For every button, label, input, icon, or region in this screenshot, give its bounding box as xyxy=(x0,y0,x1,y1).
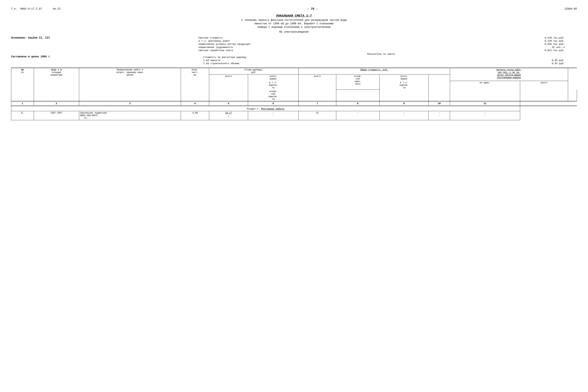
title-sub3: Камера с водяным отоплением и электроото… xyxy=(11,26,577,28)
colnum-4: 4 xyxy=(181,101,209,106)
info-section: Основание: Альбом II, III Составлена в ц… xyxy=(11,36,577,65)
info-row-unit1: 1 м3 емкости 0,05 руб. xyxy=(198,59,566,62)
th-total-base2 xyxy=(336,90,380,101)
info-right: Сметная стоимость 0,130 тыс.руб. в т.ч. … xyxy=(198,36,566,65)
colnum-10: 10 xyxy=(429,101,450,106)
info-row-cost: Сметная стоимость 0,130 тыс.руб. xyxy=(198,36,566,40)
th-unit-mach-top: экспл.машин xyxy=(248,74,298,81)
row1-unit-mach: —- xyxy=(248,111,298,120)
th-total-base: основ-нойзарп-латы xyxy=(336,74,380,90)
row1-labor-unit: —- xyxy=(429,111,450,120)
th-total-all: всего xyxy=(298,74,336,102)
normative-value: 0,046 тыс.руб. xyxy=(459,42,566,46)
colnum-8: 8 xyxy=(336,101,380,106)
header-right-code: 22664-05 xyxy=(564,8,577,10)
section-row-1: Раздел I. Монтажные работы xyxy=(11,106,577,111)
unit1-label: 1 м3 емкости xyxy=(198,59,460,62)
th-total-mach-top: экспл.машин xyxy=(380,74,428,81)
row1-unit-total: 10,17- xyxy=(209,111,248,120)
labor-value: 32 чел.-ч xyxy=(459,46,566,49)
th-labor: Затраты труда рабо-чих,чел.-ч не за-няты… xyxy=(450,68,568,81)
th-total-mach-bot2 xyxy=(380,90,428,101)
table-row: I. I507-I057 Светильник подвеснойНПО3-I0… xyxy=(11,111,577,120)
info-row-normative: нормативная условно-чистая продукция 0,0… xyxy=(198,42,566,46)
row1-labor-total: —- xyxy=(450,111,520,120)
title-section: ЛОКАЛЬНАЯ СМЕТА I-7 к типовому проекту ф… xyxy=(11,14,577,28)
unit2-value: 0,93 руб. xyxy=(459,62,566,65)
cost-label: Сметная стоимость xyxy=(198,36,460,40)
colnum-6: 6 xyxy=(248,101,298,106)
colnum-9: 9 xyxy=(380,101,428,106)
unit-cost-label: стоимость на расчетную единицу xyxy=(198,56,566,59)
th-code: Шифр и №позициинорматива xyxy=(34,68,79,101)
colnum-2: 2 xyxy=(34,101,79,106)
header-page: - 75 - xyxy=(307,8,318,11)
row1-total-mach: —- xyxy=(380,111,428,120)
header-left: Т.п. 0901-9-17.I.87 Ан.УI xyxy=(11,8,61,10)
th-total-mach-bot: в т.ч.зарпла-ты xyxy=(380,81,428,90)
th-name: Наименование работ изатрат, единица изме… xyxy=(79,68,181,101)
th-unit-all: всего xyxy=(209,74,248,102)
header-section: Ан.УI xyxy=(53,8,61,10)
info-right-table: Сметная стоимость 0,130 тыс.руб. в т.ч. … xyxy=(198,36,566,65)
colnum-5: 5 xyxy=(209,101,248,106)
composed-label: Составлена в ценах 1984 г. xyxy=(11,55,192,58)
row1-num: I. xyxy=(11,111,34,120)
th-num: №№пп xyxy=(11,68,34,101)
th-unit-cost: Стоим.единицы,руб. xyxy=(209,68,298,74)
info-row-labor: нормативная трудоемкость 32 чел.-ч xyxy=(198,46,566,49)
info-row-salary: сметная заработная плата 0,021 тыс.руб. xyxy=(198,49,566,52)
title-main: ЛОКАЛЬНАЯ СМЕТА I-7 xyxy=(11,14,577,18)
cost-value: 0,130 тыс.руб. xyxy=(459,36,566,40)
th-unit-mach-bot: в т.ч.зарпла-ты xyxy=(248,81,298,90)
normative-label: нормативная условно-чистая продукция xyxy=(198,42,460,46)
th-labor-unit: на един. xyxy=(450,81,520,101)
colnum-1: 1 xyxy=(11,101,34,106)
subtitle-electro: На электроосвещение xyxy=(11,30,577,33)
info-row-unit-cost-label: стоимость на расчетную единицу xyxy=(198,56,566,59)
info-row-indicators-title: Показатели по смете: xyxy=(198,52,566,56)
title-sub2: емкостью от 1300 м3 до 2400 м3. Вариант … xyxy=(11,22,577,25)
title-sub1: к типовому проекту фильтров-поглотителей… xyxy=(11,18,577,22)
row1-total-all: 41 xyxy=(298,111,336,120)
basis-label: Основание: Альбом II, III xyxy=(11,36,192,39)
montage-label: в т.ч. монтажных работ xyxy=(198,40,460,42)
colnum-3: 3 xyxy=(79,101,181,106)
salary-value: 0,021 тыс.руб. xyxy=(459,49,566,52)
colnum-11: 11 xyxy=(450,101,520,106)
info-left: Основание: Альбом II, III Составлена в ц… xyxy=(11,36,192,65)
th-qty: Коли-чест-во xyxy=(181,68,209,101)
indicators-title: Показатели по смете: xyxy=(198,52,566,56)
row1-name: Светильник подвеснойНПО3-I00-00УЗ нт. xyxy=(79,111,181,120)
section1-label: Раздел I. Монтажные работы xyxy=(247,108,284,110)
row1-qty: 4,00 xyxy=(181,111,209,120)
page-header: Т.п. 0901-9-17.I.87 Ан.УI - 75 - 22664-0… xyxy=(11,8,577,11)
salary-label: сметная заработная плата xyxy=(198,49,460,52)
table-header-row1: №№пп Шифр и №позициинорматива Наименован… xyxy=(11,68,577,74)
th-empty9 xyxy=(429,74,450,102)
info-row-montage: в т.ч. монтажных работ 0,130 тыс.руб. xyxy=(198,40,566,42)
info-row-unit2: 1 м3 строительного объема 0,93 руб. xyxy=(198,62,566,65)
row1-total-base: - xyxy=(336,111,380,120)
montage-value: 0,130 тыс.руб. xyxy=(459,40,566,42)
main-table: №№пп Шифр и №позициинорматива Наименован… xyxy=(11,68,577,120)
header-code: 0901-9-17.I.87 xyxy=(20,8,42,10)
column-numbers-row: 1 2 3 4 5 6 7 8 9 10 11 xyxy=(11,101,577,106)
th-empty8 xyxy=(568,90,577,101)
th-total-cost: Общая стоимость, руб. xyxy=(298,68,450,74)
labor-label: нормативная трудоемкость xyxy=(198,46,460,49)
th-unit-base: основ-нойварпла-ты xyxy=(248,90,298,101)
colnum-7: 7 xyxy=(298,101,336,106)
unit1-value: 0,05 руб. xyxy=(459,59,566,62)
th-labor-total: всего xyxy=(520,81,568,101)
header-tp-label: Т.п. xyxy=(11,8,17,10)
row1-code: I507-I057 xyxy=(34,111,79,120)
unit2-label: 1 м3 строительного объема xyxy=(198,62,460,65)
